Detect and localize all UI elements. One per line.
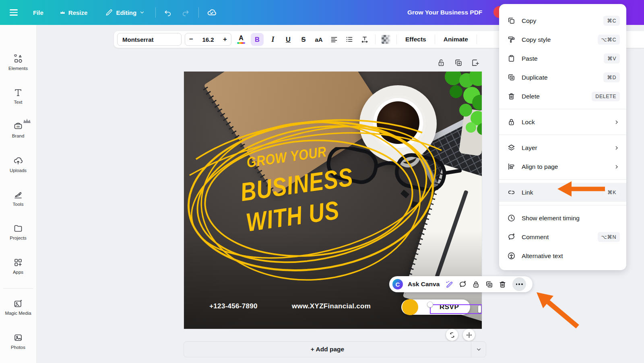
shortcut-badge: ⌘D	[603, 72, 620, 82]
transparency-button[interactable]	[380, 33, 392, 46]
bulleted-list-button[interactable]	[343, 33, 355, 46]
sidebar-item-tools[interactable]: Tools	[0, 190, 36, 213]
more-options-button[interactable]	[512, 277, 526, 291]
animate-button[interactable]: Animate	[440, 36, 472, 43]
move-icon	[466, 332, 473, 338]
document-title[interactable]: Grow Your Business PDF	[407, 9, 482, 16]
selection-side-handle[interactable]	[478, 306, 481, 313]
collapse-pages-button[interactable]	[471, 342, 486, 357]
unlock-icon	[437, 58, 446, 67]
menu-divider	[499, 109, 626, 109]
underline-button[interactable]: U	[282, 33, 294, 46]
selection-handle[interactable]	[427, 301, 433, 308]
menu-item-paste[interactable]: Paste ⌘V	[499, 49, 626, 68]
decrease-font-size-button[interactable]: −	[185, 35, 197, 43]
add-page-above-button[interactable]	[471, 58, 480, 67]
menu-item-copy-style[interactable]: Copy style ⌥⌘C	[499, 30, 626, 49]
undo-button[interactable]	[164, 8, 172, 16]
trash-icon	[507, 92, 516, 100]
website-text[interactable]: www.XYZFinancial.com	[283, 302, 380, 310]
rotate-page-button[interactable]	[446, 329, 458, 341]
lock-icon[interactable]	[472, 280, 480, 289]
sidebar-item-uploads[interactable]: Uploads	[0, 156, 36, 179]
menu-item-copy[interactable]: Copy ⌘C	[499, 11, 626, 30]
lock-icon	[507, 118, 516, 126]
menu-item-show-element-timing[interactable]: Show element timing	[499, 209, 626, 228]
crown-icon	[22, 117, 32, 126]
duplicate-page-button[interactable]	[454, 58, 463, 67]
sidebar-item-magic-media[interactable]: Magic Media	[0, 299, 36, 322]
editing-mode-dropdown[interactable]: Editing	[105, 8, 145, 16]
move-page-button[interactable]	[463, 329, 475, 341]
divider	[435, 35, 435, 44]
phone-text[interactable]: +123-456-7890	[193, 302, 274, 310]
resize-button[interactable]: Resize	[60, 9, 88, 16]
sidebar-item-elements[interactable]: Elements	[0, 54, 36, 77]
text-case-button[interactable]: aA	[313, 33, 325, 46]
menu-item-lock[interactable]: Lock	[499, 113, 626, 131]
ask-canva-button[interactable]: Ask Canva	[408, 281, 440, 288]
menu-item-delete[interactable]: Delete DELETE	[499, 87, 626, 106]
shortcut-badge: ⌘C	[603, 16, 620, 26]
menu-item-align-to-page[interactable]: Align to page	[499, 157, 626, 176]
redo-button[interactable]	[182, 8, 190, 16]
sidebar-item-photos[interactable]: Photos	[0, 333, 36, 356]
font-size-value[interactable]: 16.2	[202, 36, 214, 43]
paint-roller-icon	[507, 35, 516, 44]
menu-item-duplicate[interactable]: Duplicate ⌘D	[499, 68, 626, 87]
sidebar-item-apps[interactable]: Apps	[0, 258, 36, 281]
accessibility-icon	[507, 252, 516, 260]
chevron-right-icon	[613, 145, 620, 151]
cloud-check-icon	[207, 8, 217, 17]
menu-item-layer[interactable]: Layer	[499, 138, 626, 157]
sidebar-item-brand[interactable]: co Brand	[0, 121, 36, 145]
increase-font-size-button[interactable]: +	[219, 35, 231, 43]
menu-item-comment[interactable]: Comment ⌥⌘N	[499, 228, 626, 246]
strikethrough-button[interactable]: S	[297, 33, 310, 46]
apps-grid-icon	[13, 258, 23, 267]
menu-divider	[499, 179, 626, 180]
clipboard-icon	[507, 54, 516, 63]
font-family-selector[interactable]: Montserrat	[117, 33, 182, 46]
bold-button[interactable]: B	[251, 33, 264, 46]
sidebar-item-text[interactable]: Text	[0, 88, 36, 111]
letter-spacing-button[interactable]	[359, 33, 371, 46]
rainbow-color-bar	[237, 42, 245, 44]
main-menu-icon[interactable]	[10, 9, 18, 15]
divider	[375, 35, 376, 44]
font-size-stepper: − 16.2 +	[185, 33, 231, 46]
add-page-bar: + Add page	[184, 341, 486, 357]
undo-icon	[164, 8, 172, 16]
effects-button[interactable]: Effects	[401, 36, 430, 43]
object-panel: Elements Text co Brand Uploads Tools Pro…	[0, 25, 37, 363]
duplicate-icon[interactable]	[485, 280, 493, 289]
menu-divider	[499, 205, 626, 205]
comment-icon[interactable]	[458, 280, 467, 289]
trash-icon[interactable]	[498, 280, 507, 289]
file-menu[interactable]: File	[33, 9, 43, 16]
chevron-right-icon	[613, 164, 620, 170]
lock-page-button[interactable]	[437, 58, 446, 67]
svg-text:co: co	[17, 125, 20, 128]
redo-icon	[182, 8, 190, 16]
clock-icon	[507, 214, 516, 222]
chevron-down-icon	[139, 10, 145, 15]
divider	[477, 35, 477, 44]
text-color-button[interactable]: A	[235, 35, 248, 44]
add-page-button[interactable]: + Add page	[184, 342, 471, 357]
magic-edit-icon[interactable]	[445, 280, 454, 289]
selection-box	[430, 304, 482, 314]
sidebar-divider	[3, 288, 33, 289]
save-status-button[interactable]	[207, 8, 217, 17]
text-align-button[interactable]	[328, 33, 340, 46]
chevron-down-icon	[476, 347, 482, 353]
italic-button[interactable]: I	[267, 33, 279, 46]
upload-cloud-icon	[13, 156, 23, 166]
menu-item-link[interactable]: Link ⌘K	[499, 183, 626, 202]
pencil-icon	[105, 8, 113, 16]
photos-icon	[13, 333, 23, 342]
sidebar-item-projects[interactable]: Projects	[0, 224, 36, 247]
magic-media-icon	[13, 299, 23, 308]
shortcut-badge: DELETE	[592, 92, 620, 101]
menu-item-alternative-text[interactable]: Alternative text	[499, 246, 626, 265]
